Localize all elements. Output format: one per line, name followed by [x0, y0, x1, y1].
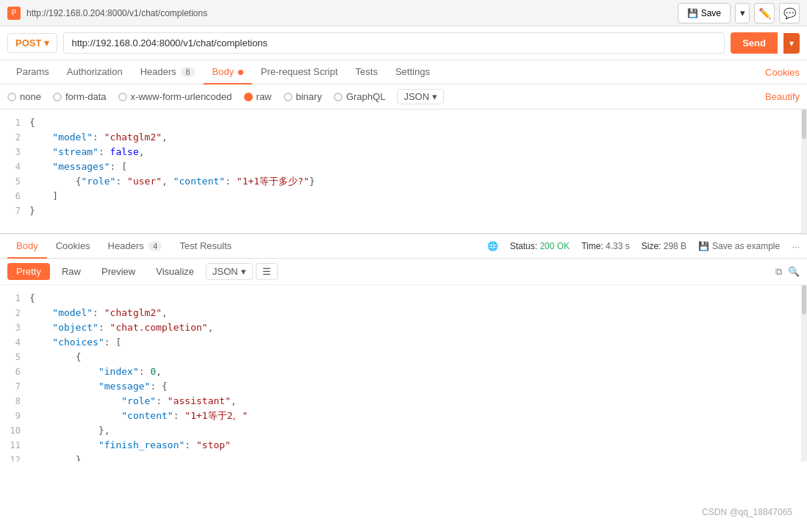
radio-binary-dot	[284, 93, 293, 101]
save-example-icon: 💾	[698, 241, 709, 251]
response-scrollbar[interactable]	[801, 285, 807, 461]
watermark: CSDN @qq_18847065	[702, 507, 792, 517]
pencil-icon: ✏️	[758, 7, 771, 19]
resp-status-bar: 🌐 Status: 200 OK Time: 4.33 s Size: 298 …	[487, 241, 800, 252]
radio-form-data-dot	[53, 93, 62, 101]
url-input[interactable]	[63, 32, 725, 54]
request-scroll-thumb	[802, 109, 806, 139]
json-format-chevron-icon: ▾	[241, 266, 246, 277]
response-section: Body Cookies Headers 4 Test Results 🌐 St…	[0, 234, 807, 532]
time-value: 4.33 s	[606, 241, 630, 251]
radio-graphql-label: GraphQL	[346, 91, 385, 102]
json-select-label: JSON	[404, 91, 429, 102]
radio-urlencoded[interactable]: x-www-form-urlencoded	[118, 91, 232, 102]
status-value: 200 OK	[539, 241, 570, 251]
tab-tests[interactable]: Tests	[347, 60, 387, 85]
method-select[interactable]: POST ▾	[7, 33, 57, 53]
response-format-bar: Pretty Raw Preview Visualize JSON ▾ ☰ ⧉ …	[0, 259, 807, 285]
save-icon: 💾	[687, 8, 698, 18]
save-example-button[interactable]: 💾 Save as example	[698, 241, 780, 251]
radio-urlencoded-dot	[118, 93, 127, 101]
radio-form-data-label: form-data	[65, 91, 107, 102]
save-label: Save	[701, 8, 721, 18]
response-scroll-thumb	[802, 285, 806, 314]
size-value: 298 B	[664, 241, 686, 251]
radio-urlencoded-label: x-www-form-urlencoded	[131, 91, 232, 102]
top-bar: P http://192.168.0.204:8000/v1/chat/comp…	[0, 0, 807, 26]
tab-settings[interactable]: Settings	[387, 60, 439, 85]
resp-tab-test-results[interactable]: Test Results	[171, 234, 240, 259]
tab-pre-request-script[interactable]: Pre-request Script	[252, 60, 347, 85]
radio-form-data[interactable]: form-data	[53, 91, 107, 102]
edit-icon-button[interactable]: ✏️	[754, 3, 775, 24]
method-label: POST	[15, 37, 41, 48]
chevron-down-icon: ▾	[740, 7, 745, 18]
radio-none-label: none	[20, 91, 41, 102]
search-response-button[interactable]: 🔍	[788, 266, 800, 278]
time-label: Time: 4.33 s	[581, 241, 630, 251]
beautify-button[interactable]: Beautify	[765, 91, 800, 102]
app-icon: P	[7, 7, 21, 20]
send-button[interactable]: Send	[731, 32, 778, 54]
response-code-editor[interactable]: 1 2 3 4 5 6 7 8 9 10 11 12 13 14 15	[0, 285, 807, 461]
cookies-link[interactable]: Cookies	[765, 67, 800, 78]
body-type-bar: none form-data x-www-form-urlencoded raw…	[0, 85, 807, 109]
request-scrollbar[interactable]	[801, 109, 807, 233]
response-code-content: { "model": "chatglm2", "object": "chat.c…	[29, 291, 807, 461]
resp-tab-headers[interactable]: Headers 4	[99, 234, 171, 259]
request-code-content: { "model": "chatglm2", "stream": false, …	[29, 115, 807, 218]
tab-params[interactable]: Params	[7, 60, 58, 85]
response-line-numbers: 1 2 3 4 5 6 7 8 9 10 11 12 13 14 15	[0, 291, 29, 461]
save-example-label: Save as example	[712, 241, 780, 251]
response-nav-tabs: Body Cookies Headers 4 Test Results 🌐 St…	[0, 234, 807, 259]
json-format-select[interactable]: JSON ▾	[206, 263, 253, 280]
radio-graphql[interactable]: GraphQL	[334, 91, 385, 102]
comment-icon-button[interactable]: 💬	[779, 3, 800, 24]
filter-button[interactable]: ☰	[256, 263, 278, 280]
radio-none-dot	[7, 93, 16, 101]
format-preview-button[interactable]: Preview	[93, 263, 144, 280]
send-chevron-icon: ▾	[789, 38, 794, 48]
radio-graphql-dot	[334, 93, 342, 101]
resp-tab-body[interactable]: Body	[7, 234, 47, 259]
method-chevron-icon: ▾	[44, 37, 49, 48]
json-chevron-icon: ▾	[432, 91, 437, 102]
radio-raw-label: raw	[257, 91, 272, 102]
format-visualize-button[interactable]: Visualize	[147, 263, 203, 280]
radio-none[interactable]: none	[7, 91, 41, 102]
request-line-numbers: 1 2 3 4 5 6 7	[0, 115, 29, 218]
copy-response-button[interactable]: ⧉	[775, 266, 782, 278]
resp-headers-badge: 4	[148, 241, 162, 251]
comment-icon: 💬	[783, 7, 796, 19]
radio-raw[interactable]: raw	[244, 91, 272, 102]
json-format-label: JSON	[212, 266, 238, 277]
radio-raw-dot	[244, 93, 253, 101]
more-options-button[interactable]: ···	[792, 241, 800, 252]
top-bar-url: http://192.168.0.204:8000/v1/chat/comple…	[26, 8, 672, 18]
headers-badge: 8	[181, 67, 194, 77]
format-raw-button[interactable]: Raw	[53, 263, 90, 280]
globe-icon: 🌐	[487, 241, 498, 251]
status-label: Status: 200 OK	[510, 241, 570, 251]
resp-tab-cookies[interactable]: Cookies	[47, 234, 99, 259]
request-code-editor[interactable]: 1 2 3 4 5 6 7 { "model": "chatglm2", "st…	[0, 109, 807, 234]
format-pretty-button[interactable]: Pretty	[7, 263, 50, 280]
send-label: Send	[742, 37, 766, 48]
size-label: Size: 298 B	[642, 241, 686, 251]
body-dot-indicator	[238, 70, 243, 75]
radio-binary-label: binary	[296, 91, 322, 102]
url-bar: POST ▾ Send ▾	[0, 26, 807, 60]
json-type-select[interactable]: JSON ▾	[397, 89, 444, 104]
tab-authorization[interactable]: Authorization	[58, 60, 132, 85]
tab-body[interactable]: Body	[204, 60, 252, 85]
radio-binary[interactable]: binary	[284, 91, 322, 102]
tab-headers[interactable]: Headers 8	[132, 60, 204, 85]
save-caret-button[interactable]: ▾	[735, 3, 750, 24]
request-nav-tabs: Params Authorization Headers 8 Body Pre-…	[0, 60, 807, 85]
top-bar-actions: 💾 Save ▾ ✏️ 💬	[678, 3, 800, 24]
send-caret-button[interactable]: ▾	[783, 33, 800, 54]
filter-icon: ☰	[262, 266, 271, 277]
save-button[interactable]: 💾 Save	[678, 3, 731, 24]
